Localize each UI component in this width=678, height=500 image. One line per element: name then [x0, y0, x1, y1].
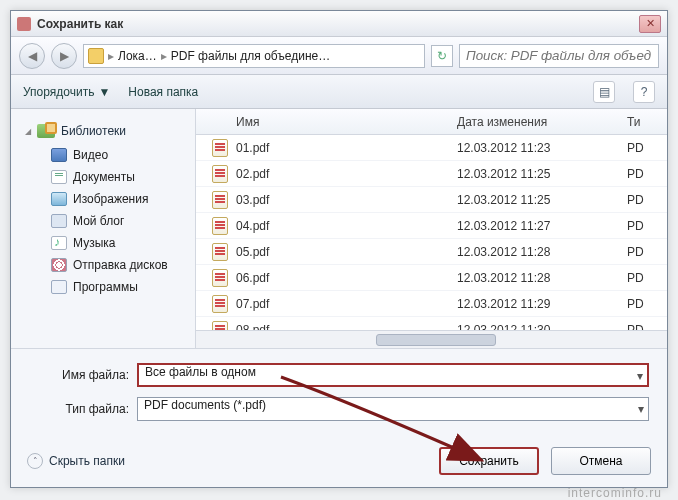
- column-headers: Имя Дата изменения Ти: [196, 109, 667, 135]
- pdf-icon: [212, 191, 228, 209]
- chevron-up-icon: ˄: [27, 453, 43, 469]
- forward-button[interactable]: ▶: [51, 43, 77, 69]
- refresh-button[interactable]: ↻: [431, 45, 453, 67]
- sidebar-item-label: Документы: [73, 170, 135, 184]
- file-type: PD: [627, 141, 667, 155]
- file-row[interactable]: 05.pdf12.03.2012 11:28PD: [196, 239, 667, 265]
- file-date: 12.03.2012 11:25: [457, 167, 627, 181]
- file-rows: 01.pdf12.03.2012 11:23PD02.pdf12.03.2012…: [196, 135, 667, 330]
- file-name: 07.pdf: [236, 297, 457, 311]
- file-date: 12.03.2012 11:25: [457, 193, 627, 207]
- file-type: PD: [627, 323, 667, 331]
- pdf-icon: [212, 295, 228, 313]
- pdf-icon: [212, 217, 228, 235]
- folder-icon: [51, 236, 67, 250]
- chevron-down-icon[interactable]: ▾: [638, 402, 644, 416]
- scrollbar-thumb[interactable]: [376, 334, 496, 346]
- cancel-button[interactable]: Отмена: [551, 447, 651, 475]
- horizontal-scrollbar[interactable]: [196, 330, 667, 348]
- file-date: 12.03.2012 11:28: [457, 271, 627, 285]
- file-type: PD: [627, 271, 667, 285]
- file-row[interactable]: 08.pdf12.03.2012 11:30PD: [196, 317, 667, 330]
- file-name: 02.pdf: [236, 167, 457, 181]
- organize-menu[interactable]: Упорядочить ▼: [23, 85, 110, 99]
- file-row[interactable]: 07.pdf12.03.2012 11:29PD: [196, 291, 667, 317]
- sidebar-item[interactable]: Программы: [25, 276, 187, 298]
- sidebar-item[interactable]: Музыка: [25, 232, 187, 254]
- chevron-down-icon[interactable]: ▾: [637, 369, 643, 383]
- file-row[interactable]: 03.pdf12.03.2012 11:25PD: [196, 187, 667, 213]
- filename-label: Имя файла:: [29, 368, 129, 382]
- libraries-node[interactable]: ◢ Библиотеки: [25, 121, 187, 144]
- watermark: intercominfo.ru: [568, 486, 662, 500]
- libraries-label: Библиотеки: [61, 124, 126, 138]
- view-options-button[interactable]: ▤: [593, 81, 615, 103]
- sidebar-item[interactable]: Изображения: [25, 188, 187, 210]
- file-type: PD: [627, 167, 667, 181]
- help-button[interactable]: ?: [633, 81, 655, 103]
- sidebar-item-label: Музыка: [73, 236, 115, 250]
- col-type[interactable]: Ти: [627, 115, 667, 129]
- breadcrumb-part[interactable]: Лока…: [118, 49, 157, 63]
- file-date: 12.03.2012 11:27: [457, 219, 627, 233]
- sidebar-item[interactable]: Видео: [25, 144, 187, 166]
- filename-input[interactable]: Все файлы в одном ▾: [137, 363, 649, 387]
- breadcrumb[interactable]: ▸ Лока… ▸ PDF файлы для объедине…: [83, 44, 425, 68]
- search-input[interactable]: [459, 44, 659, 68]
- file-name: 03.pdf: [236, 193, 457, 207]
- sidebar-item-label: Видео: [73, 148, 108, 162]
- sidebar-item-label: Отправка дисков: [73, 258, 168, 272]
- chevron-down-icon: ▼: [98, 85, 110, 99]
- new-folder-button[interactable]: Новая папка: [128, 85, 198, 99]
- breadcrumb-part[interactable]: PDF файлы для объедине…: [171, 49, 330, 63]
- folder-icon: [51, 148, 67, 162]
- sidebar-item[interactable]: Отправка дисков: [25, 254, 187, 276]
- save-as-dialog: Сохранить как ✕ ◀ ▶ ▸ Лока… ▸ PDF файлы …: [10, 10, 668, 488]
- folder-icon: [51, 214, 67, 228]
- close-button[interactable]: ✕: [639, 15, 661, 33]
- pdf-icon: [212, 321, 228, 331]
- back-button[interactable]: ◀: [19, 43, 45, 69]
- form-area: Имя файла: Все файлы в одном ▾ Тип файла…: [11, 348, 667, 441]
- pdf-icon: [212, 139, 228, 157]
- caret-icon: ◢: [25, 127, 31, 136]
- filename-value: Все файлы в одном: [145, 365, 256, 379]
- file-type: PD: [627, 193, 667, 207]
- sidebar-item-label: Изображения: [73, 192, 148, 206]
- hide-folders-link[interactable]: ˄ Скрыть папки: [27, 453, 125, 469]
- filetype-select[interactable]: PDF documents (*.pdf) ▾: [137, 397, 649, 421]
- libraries-icon: [37, 124, 55, 138]
- sidebar-item[interactable]: Документы: [25, 166, 187, 188]
- save-button[interactable]: Сохранить: [439, 447, 539, 475]
- file-pane: Имя Дата изменения Ти 01.pdf12.03.2012 1…: [196, 109, 667, 348]
- filetype-label: Тип файла:: [29, 402, 129, 416]
- col-date[interactable]: Дата изменения: [457, 115, 627, 129]
- body: ◢ Библиотеки ВидеоДокументыИзображенияМо…: [11, 109, 667, 348]
- navbar: ◀ ▶ ▸ Лока… ▸ PDF файлы для объедине… ↻: [11, 37, 667, 75]
- titlebar: Сохранить как ✕: [11, 11, 667, 37]
- sidebar-group: ◢ Библиотеки ВидеоДокументыИзображенияМо…: [11, 119, 195, 302]
- organize-label: Упорядочить: [23, 85, 94, 99]
- folder-icon: [51, 192, 67, 206]
- file-type: PD: [627, 297, 667, 311]
- sidebar-item[interactable]: Мой блог: [25, 210, 187, 232]
- filetype-value: PDF documents (*.pdf): [144, 398, 266, 412]
- file-name: 04.pdf: [236, 219, 457, 233]
- file-name: 06.pdf: [236, 271, 457, 285]
- col-name[interactable]: Имя: [196, 115, 457, 129]
- file-row[interactable]: 04.pdf12.03.2012 11:27PD: [196, 213, 667, 239]
- file-date: 12.03.2012 11:28: [457, 245, 627, 259]
- file-date: 12.03.2012 11:30: [457, 323, 627, 331]
- file-row[interactable]: 01.pdf12.03.2012 11:23PD: [196, 135, 667, 161]
- folder-icon: [51, 280, 67, 294]
- file-row[interactable]: 02.pdf12.03.2012 11:25PD: [196, 161, 667, 187]
- toolbar: Упорядочить ▼ Новая папка ▤ ?: [11, 75, 667, 109]
- pdf-icon: [212, 165, 228, 183]
- sidebar-item-label: Программы: [73, 280, 138, 294]
- folder-icon: [51, 258, 67, 272]
- app-icon: [17, 17, 31, 31]
- chevron-right-icon: ▸: [108, 49, 114, 63]
- file-row[interactable]: 06.pdf12.03.2012 11:28PD: [196, 265, 667, 291]
- window-title: Сохранить как: [37, 17, 633, 31]
- pdf-icon: [212, 269, 228, 287]
